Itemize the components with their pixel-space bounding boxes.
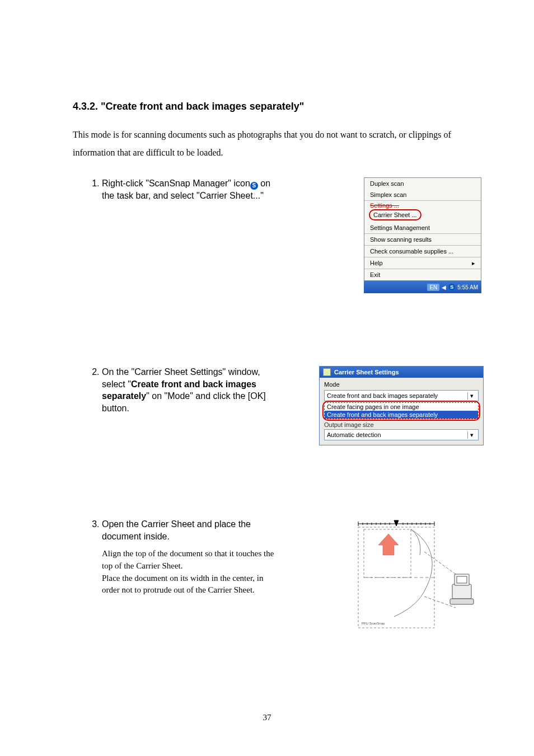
svg-rect-27 [450, 599, 474, 604]
figure-dialog: Carrier Sheet Settings Mode Create front… [285, 366, 484, 445]
mode-dropdown-highlight: Create facing pages in one image Create … [324, 402, 479, 419]
step-2-text: On the "Carrier Sheet Settings" window, … [102, 366, 275, 414]
chevron-down-icon: ▾ [467, 392, 476, 400]
page-number: 37 [0, 713, 534, 722]
svg-marker-17 [394, 520, 399, 526]
menu-item-duplex[interactable]: Duplex scan [364, 178, 481, 189]
tray-scansnap-icon[interactable]: S [448, 284, 455, 290]
step-2: On the "Carrier Sheet Settings" window, … [102, 366, 467, 445]
menu-item-check-supplies[interactable]: Check consumable supplies ... [364, 246, 481, 257]
section-heading: 4.3.2. "Create front and back images sep… [73, 101, 467, 112]
step-3-text: Open the Carrier Sheet and place the doc… [102, 518, 275, 597]
tray-chevron-icon[interactable]: ◀ [442, 284, 446, 290]
window-icon [323, 368, 331, 376]
dialog-titlebar: Carrier Sheet Settings [320, 367, 483, 378]
step-1: Right-click "ScanSnap Manager" iconS on … [102, 177, 467, 293]
up-arrow-icon [378, 534, 399, 555]
svg-rect-26 [457, 576, 467, 583]
svg-rect-24 [452, 584, 471, 599]
menu-item-show-results[interactable]: Show scanning results [364, 234, 481, 245]
step-1-text: Right-click "ScanSnap Manager" iconS on … [102, 177, 275, 202]
chevron-down-icon: ▾ [467, 431, 476, 439]
svg-line-22 [424, 552, 456, 574]
step-3-note: Align the top of the document so that it… [102, 548, 275, 597]
figure-context-menu: Duplex scan Simplex scan Settings ... Ca… [285, 177, 481, 293]
menu-item-help[interactable]: Help▸ [364, 257, 481, 269]
scansnap-s-icon: S [250, 182, 258, 190]
step-3: Open the Carrier Sheet and place the doc… [102, 518, 467, 636]
mode-label: Mode [324, 381, 479, 388]
lang-indicator[interactable]: EN [427, 284, 439, 291]
mode-dropdown: Create facing pages in one image Create … [324, 402, 479, 419]
intro-paragraph: This mode is for scanning documents such… [73, 126, 467, 162]
mode-select[interactable]: Create front and back images separately … [324, 390, 479, 401]
menu-item-carrier-sheet[interactable]: Carrier Sheet ... [369, 209, 421, 220]
mode-option-separate[interactable]: Create front and back images separately [325, 411, 478, 419]
steps-list: Right-click "ScanSnap Manager" iconS on … [73, 177, 467, 636]
mode-option-facing[interactable]: Create facing pages in one image [325, 403, 478, 411]
menu-item-exit[interactable]: Exit [364, 269, 481, 280]
output-size-label: Output image size [324, 421, 479, 428]
document-page: 4.3.2. "Create front and back images sep… [0, 0, 534, 756]
menu-item-simplex[interactable]: Simplex scan [364, 189, 481, 200]
diagram-label: PFU ScanSnap [362, 622, 385, 625]
dialog-title: Carrier Sheet Settings [334, 369, 399, 375]
menu-item-settings[interactable]: Settings ... [364, 201, 481, 209]
carrier-sheet-dialog: Carrier Sheet Settings Mode Create front… [319, 366, 484, 445]
taskbar-tray: EN ◀ S 5:55 AM [364, 281, 481, 293]
scanner-icon [450, 574, 474, 604]
tray-clock: 5:55 AM [457, 284, 478, 290]
submenu-arrow-icon: ▸ [472, 260, 475, 267]
output-size-select[interactable]: Automatic detection ▾ [324, 429, 479, 440]
context-menu: Duplex scan Simplex scan Settings ... Ca… [364, 177, 481, 281]
figure-carrier-sheet-diagram: PFU ScanSnap [346, 518, 475, 636]
svg-marker-21 [378, 534, 399, 555]
menu-item-settings-mgmt[interactable]: Settings Management [364, 222, 481, 233]
